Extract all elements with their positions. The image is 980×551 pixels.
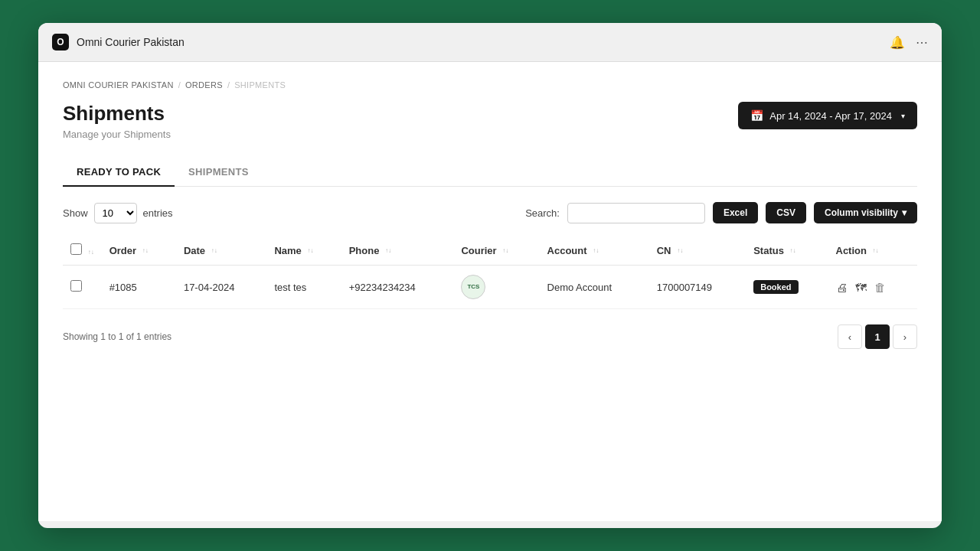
breadcrumb-part1[interactable]: OMNI COURIER PAKISTAN (63, 80, 174, 90)
bell-icon[interactable]: 🔔 (890, 35, 905, 50)
col-header-date: Date ↑↓ (176, 236, 266, 266)
row-cn: 1700007149 (649, 266, 746, 309)
table-body: #1085 17-04-2024 test tes +92234234234 T… (63, 266, 917, 309)
table-header-row: ↑↓ Order ↑↓ Date ↑↓ Name ↑↓ Phone ↑↓ (63, 236, 917, 266)
row-order: #1085 (102, 266, 176, 309)
breadcrumb-part2[interactable]: ORDERS (185, 80, 223, 90)
row-checkbox-cell (63, 266, 102, 309)
column-visibility-button[interactable]: Column visibility ▾ (814, 202, 917, 223)
toolbar: Show 10 25 50 100 entries Search: Excel … (63, 202, 917, 223)
prev-page-button[interactable]: ‹ (838, 324, 862, 349)
row-phone: +92234234234 (341, 266, 454, 309)
row-date: 17-04-2024 (176, 266, 266, 309)
print-icon[interactable]: 🖨 (836, 281, 848, 294)
table-row: #1085 17-04-2024 test tes +92234234234 T… (63, 266, 917, 309)
col-header-courier: Courier ↑↓ (453, 236, 539, 266)
status-badge: Booked (753, 280, 798, 294)
date-range-picker[interactable]: 📅 Apr 14, 2024 - Apr 17, 2024 ▾ (738, 102, 917, 129)
showing-text: Showing 1 to 1 of 1 entries (63, 331, 172, 342)
app-title-label: Omni Courier Pakistan (77, 36, 185, 48)
show-label: Show (63, 207, 88, 219)
col-header-name: Name ↑↓ (266, 236, 341, 266)
titlebar: O Omni Courier Pakistan 🔔 ⋯ (38, 23, 942, 62)
courier-logo: TCS (461, 275, 485, 299)
action-icons: 🖨 🗺 🗑 (836, 281, 910, 294)
main-content: OMNI COURIER PAKISTAN / ORDERS / SHIPMEN… (38, 62, 942, 521)
menu-icon[interactable]: ⋯ (916, 35, 928, 50)
col-header-action: Action ↑↓ (828, 236, 918, 266)
row-account: Demo Account (540, 266, 649, 309)
col-header-order: Order ↑↓ (102, 236, 176, 266)
calendar-icon: 📅 (750, 109, 763, 122)
col-vis-arrow-icon: ▾ (902, 207, 906, 218)
app-window: O Omni Courier Pakistan 🔔 ⋯ OMNI COURIER… (38, 23, 942, 528)
page-title-area: Shipments Manage your Shipments (63, 102, 171, 140)
row-action: 🖨 🗺 🗑 (828, 266, 918, 309)
page-header: Shipments Manage your Shipments 📅 Apr 14… (63, 102, 917, 140)
breadcrumb-sep2: / (227, 80, 230, 90)
row-status: Booked (746, 266, 828, 309)
col-header-phone: Phone ↑↓ (341, 236, 454, 266)
breadcrumb-sep1: / (178, 80, 181, 90)
titlebar-right: 🔔 ⋯ (890, 35, 928, 50)
search-label: Search: (525, 207, 560, 219)
shipments-table: ↑↓ Order ↑↓ Date ↑↓ Name ↑↓ Phone ↑↓ (63, 236, 917, 309)
tabs-bar: READY TO PACK SHIPMENTS (63, 158, 917, 187)
pagination: ‹ 1 › (838, 324, 917, 349)
tab-shipments[interactable]: SHIPMENTS (175, 158, 263, 187)
map-icon[interactable]: 🗺 (855, 281, 867, 294)
date-range-arrow: ▾ (901, 112, 905, 120)
app-icon: O (52, 34, 69, 51)
date-range-label: Apr 14, 2024 - Apr 17, 2024 (769, 110, 892, 122)
titlebar-left: O Omni Courier Pakistan (52, 34, 185, 51)
excel-button[interactable]: Excel (713, 202, 758, 223)
page-1-button[interactable]: 1 (865, 324, 890, 349)
pagination-area: Showing 1 to 1 of 1 entries ‹ 1 › (63, 324, 917, 349)
sort-arrows-checkbox: ↑↓ (88, 249, 94, 256)
page-subtitle: Manage your Shipments (63, 129, 171, 140)
breadcrumb: OMNI COURIER PAKISTAN / ORDERS / SHIPMEN… (63, 80, 917, 90)
page-title: Shipments (63, 102, 171, 126)
col-header-checkbox: ↑↓ (63, 236, 102, 266)
entries-label: entries (143, 207, 173, 219)
delete-icon[interactable]: 🗑 (874, 281, 886, 294)
row-name: test tes (266, 266, 341, 309)
row-checkbox[interactable] (70, 280, 82, 292)
breadcrumb-part3: SHIPMENTS (234, 80, 286, 90)
search-input[interactable] (567, 203, 705, 223)
show-entries-control: Show 10 25 50 100 entries (63, 203, 173, 223)
row-courier: TCS (453, 266, 539, 309)
tab-ready-to-pack[interactable]: READY TO PACK (63, 158, 175, 187)
col-header-status: Status ↑↓ (746, 236, 828, 266)
col-header-account: Account ↑↓ (540, 236, 649, 266)
csv-button[interactable]: CSV (766, 202, 806, 223)
select-all-checkbox[interactable] (70, 243, 82, 255)
col-header-cn: CN ↑↓ (649, 236, 746, 266)
entries-select[interactable]: 10 25 50 100 (94, 203, 137, 223)
next-page-button[interactable]: › (893, 324, 917, 349)
toolbar-right: Search: Excel CSV Column visibility ▾ (525, 202, 917, 223)
